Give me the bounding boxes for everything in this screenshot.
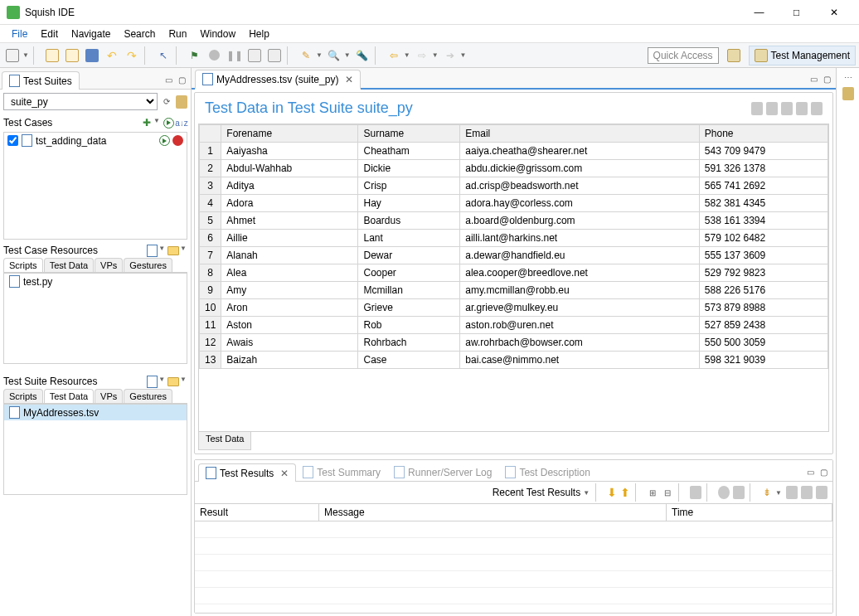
- table-row[interactable]: 9AmyMcmillanamy.mcmillan@robb.eu588 226 …: [200, 282, 828, 299]
- clear-icon[interactable]: [801, 487, 813, 498]
- menu-search[interactable]: Search: [117, 26, 162, 42]
- data-cell[interactable]: Dewar: [358, 247, 460, 264]
- record-test-icon[interactable]: [172, 135, 183, 146]
- data-cell[interactable]: a.dewar@handfield.eu: [460, 247, 700, 264]
- row-number[interactable]: 6: [200, 230, 221, 247]
- col-header[interactable]: Forename: [221, 125, 358, 143]
- maximize-button[interactable]: □: [778, 1, 815, 24]
- data-cell[interactable]: ad.crisp@beadsworth.net: [460, 177, 700, 195]
- new-button[interactable]: [3, 46, 22, 65]
- data-cell[interactable]: Abdul-Wahhab: [221, 160, 358, 177]
- tc-tab-scripts[interactable]: Scripts: [3, 258, 43, 272]
- table-row[interactable]: 3AdityaCrispad.crisp@beadsworth.net565 7…: [200, 177, 828, 195]
- data-cell[interactable]: 579 102 6482: [699, 230, 827, 247]
- record-button[interactable]: [206, 46, 224, 65]
- recent-results-dropdown[interactable]: ▼: [583, 489, 590, 497]
- nav-fwd-button[interactable]: ⇨: [413, 46, 431, 65]
- tc-tab-vps[interactable]: VPs: [95, 258, 123, 272]
- new-ts-res-icon[interactable]: [146, 376, 158, 387]
- menu-run[interactable]: Run: [162, 26, 193, 42]
- ts-tab-vps[interactable]: VPs: [95, 389, 123, 403]
- data-cell[interactable]: Crisp: [358, 177, 460, 195]
- data-cell[interactable]: 550 500 3059: [699, 334, 827, 352]
- settings-toggle-button[interactable]: [265, 46, 284, 65]
- data-cell[interactable]: Baizah: [221, 352, 358, 369]
- open-tc-res-icon[interactable]: [167, 245, 179, 256]
- test-data-bottom-tab[interactable]: Test Data: [198, 432, 251, 450]
- sort-icon[interactable]: a↓z: [176, 117, 187, 129]
- suite-select[interactable]: suite_py: [3, 93, 158, 110]
- ts-tab-testdata[interactable]: Test Data: [44, 389, 94, 403]
- copy-button[interactable]: [43, 46, 61, 65]
- table-row[interactable]: 2Abdul-WahhabDickieabdu.dickie@grissom.c…: [200, 160, 828, 177]
- redo-button[interactable]: ↷: [123, 46, 141, 65]
- data-cell[interactable]: aston.rob@uren.net: [460, 317, 700, 334]
- col-result[interactable]: Result: [195, 504, 319, 521]
- minimize-view-icon[interactable]: ▭: [163, 74, 174, 85]
- menu-navigate[interactable]: Navigate: [65, 26, 117, 42]
- tab-test-description[interactable]: Test Description: [498, 463, 596, 481]
- pick-button[interactable]: ↖: [154, 46, 172, 65]
- data-cell[interactable]: Amy: [221, 282, 358, 299]
- menu-edit[interactable]: Edit: [34, 26, 65, 42]
- editor-tab[interactable]: MyAddresses.tsv (suite_py) ✕: [195, 70, 361, 90]
- row-number[interactable]: 12: [200, 334, 221, 352]
- table-row[interactable]: 13BaizahCasebai.case@nimmo.net598 321 90…: [200, 352, 828, 369]
- test-case-row[interactable]: tst_adding_data: [4, 133, 187, 148]
- result-down-icon[interactable]: ⬇: [607, 486, 617, 499]
- paste-button[interactable]: [63, 46, 81, 65]
- data-cell[interactable]: adora.hay@corless.com: [460, 195, 700, 212]
- table-row[interactable]: 5AhmetBoardusa.board@oldenburg.com538 16…: [200, 212, 828, 230]
- data-cell[interactable]: Dickie: [358, 160, 460, 177]
- data-cell[interactable]: Rob: [358, 317, 460, 334]
- close-editor-icon[interactable]: ✕: [345, 74, 353, 85]
- data-cell[interactable]: Aston: [221, 317, 358, 334]
- data-cell[interactable]: 582 381 4345: [699, 195, 827, 212]
- row-number[interactable]: 5: [200, 212, 221, 230]
- menu-window[interactable]: Window: [193, 26, 242, 42]
- data-cell[interactable]: Aaiyasha: [221, 143, 358, 160]
- brush-button[interactable]: ✎: [297, 46, 315, 65]
- nav-last-button[interactable]: ➔: [441, 46, 459, 65]
- row-number[interactable]: 3: [200, 177, 221, 195]
- table-row[interactable]: 4AdoraHayadora.hay@corless.com582 381 43…: [200, 195, 828, 212]
- data-cell[interactable]: Aditya: [221, 177, 358, 195]
- outline-icon[interactable]: [842, 88, 854, 99]
- data-cell[interactable]: 573 879 8988: [699, 299, 827, 317]
- grid-tool-2-icon[interactable]: [766, 103, 778, 114]
- data-cell[interactable]: ailli.lant@harkins.net: [460, 230, 700, 247]
- quick-access-field[interactable]: Quick Access: [648, 47, 719, 64]
- data-cell[interactable]: Rohrbach: [358, 334, 460, 352]
- globe-icon[interactable]: [718, 487, 730, 498]
- grid-tool-5-icon[interactable]: [811, 103, 823, 114]
- data-cell[interactable]: amy.mcmillan@robb.eu: [460, 282, 700, 299]
- row-number[interactable]: 11: [200, 317, 221, 334]
- data-cell[interactable]: 598 321 9039: [699, 352, 827, 369]
- maximize-view-icon[interactable]: ▢: [176, 74, 187, 85]
- data-cell[interactable]: aw.rohrbach@bowser.com: [460, 334, 700, 352]
- row-number[interactable]: 9: [200, 282, 221, 299]
- data-cell[interactable]: 527 859 2438: [699, 317, 827, 334]
- trash-icon[interactable]: [816, 487, 827, 498]
- suite-settings-icon[interactable]: [176, 96, 187, 108]
- search-button[interactable]: 🔦: [353, 46, 371, 65]
- ts-tab-scripts[interactable]: Scripts: [3, 389, 43, 403]
- data-cell[interactable]: Mcmillan: [358, 282, 460, 299]
- data-cell[interactable]: Hay: [358, 195, 460, 212]
- data-cell[interactable]: a.board@oldenburg.com: [460, 212, 700, 230]
- menu-help[interactable]: Help: [242, 26, 276, 42]
- refresh-suites-icon[interactable]: ⟳: [161, 96, 172, 108]
- col-header[interactable]: Surname: [358, 125, 460, 143]
- flag-button[interactable]: ⚑: [186, 46, 204, 65]
- result-up-icon[interactable]: ⬆: [620, 486, 630, 499]
- maximize-results-icon[interactable]: ▢: [818, 466, 829, 478]
- row-number[interactable]: 1: [200, 143, 221, 160]
- stop-button[interactable]: [245, 46, 264, 65]
- filter-icon[interactable]: ⇟: [761, 487, 773, 498]
- col-time[interactable]: Time: [667, 504, 832, 521]
- run-test-icon[interactable]: [159, 135, 170, 146]
- expand-icon[interactable]: ⊞: [647, 487, 658, 498]
- minimize-editor-icon[interactable]: ▭: [808, 73, 819, 85]
- right-menu-icon[interactable]: ⋯: [842, 71, 854, 83]
- data-cell[interactable]: Boardus: [358, 212, 460, 230]
